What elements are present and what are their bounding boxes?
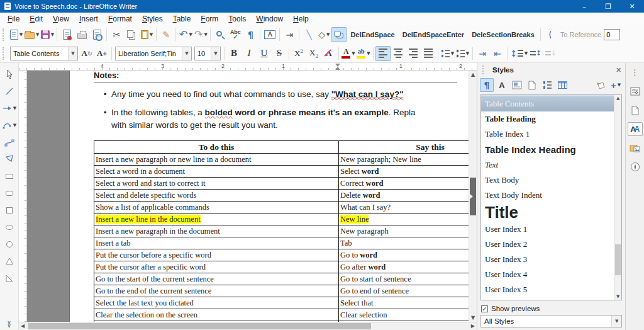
font-size-combo[interactable]: 10▼ (194, 47, 221, 60)
open-button[interactable] (24, 27, 40, 42)
scroll-up-icon[interactable]: ▲ (469, 72, 477, 77)
list-styles-button[interactable] (540, 78, 554, 92)
style-item-table-heading[interactable]: Table Heading (481, 111, 614, 127)
scroll-up-icon[interactable]: ▲ (614, 96, 621, 101)
menu-styles[interactable]: Styles (137, 13, 168, 25)
document-page[interactable]: Notes: • Any time you need to find out w… (69, 71, 469, 322)
ruler-column-marker[interactable] (335, 64, 340, 70)
vertical-ruler[interactable] (19, 71, 27, 322)
find-replace-button[interactable] (213, 27, 228, 42)
paragraph-styles-button[interactable]: ¶ (480, 78, 494, 92)
dropdown-caret[interactable] (189, 32, 192, 37)
clear-formatting-button[interactable]: A (321, 46, 336, 61)
save-button[interactable] (40, 27, 55, 42)
scroll-down-icon[interactable]: ▼ (469, 315, 477, 321)
minimize-button[interactable]: – (572, 0, 596, 13)
align-right-button[interactable] (406, 46, 421, 61)
style-item-table-contents[interactable]: Table Contents (481, 95, 614, 111)
align-justify-button[interactable] (421, 46, 436, 61)
italic-button[interactable]: I (242, 46, 257, 61)
panel-grip[interactable] (482, 65, 486, 74)
combo-arrow-icon[interactable]: ▼ (611, 316, 621, 327)
cut-button[interactable]: ✂ (109, 27, 124, 42)
style-item-text-body-indent[interactable]: Text Body Indent (481, 188, 614, 203)
dropdown-caret[interactable] (36, 32, 39, 37)
arrow-tool-button[interactable] (2, 102, 17, 115)
curve-tool-button[interactable] (2, 119, 17, 132)
increase-indent-button[interactable]: ⇥ (475, 46, 490, 61)
tab-styles[interactable]: AA (628, 122, 643, 136)
to-reference-back-button[interactable]: ⟨ (543, 27, 558, 42)
align-center-button[interactable] (391, 46, 406, 61)
print-button[interactable] (74, 27, 89, 42)
fill-format-mode-button[interactable] (594, 78, 608, 92)
square-tool-button[interactable] (2, 204, 17, 217)
bold-button[interactable]: B (226, 46, 242, 61)
increase-paragraph-spacing-button[interactable]: ↕ (528, 46, 543, 61)
dropdown-caret[interactable] (466, 51, 469, 56)
export-pdf-button[interactable] (59, 27, 74, 42)
bullet-list-button[interactable] (440, 46, 455, 61)
update-style-button[interactable]: A↻ (79, 46, 94, 61)
rounded-rectangle-tool-button[interactable] (2, 187, 17, 200)
close-panel-icon[interactable]: ✕ (616, 66, 621, 74)
dropdown-caret[interactable] (367, 51, 370, 56)
line-spacing-button[interactable]: ↕ (509, 46, 528, 61)
macro-button-delesectionbreaks[interactable]: DeleSectionBreaks (468, 27, 538, 42)
strikethrough-button[interactable]: S (272, 46, 287, 61)
sidebar-collapse-arrow[interactable] (470, 194, 475, 199)
new-style-from-selection-button[interactable]: + (609, 78, 623, 92)
font-name-combo[interactable]: Liberation Serif;Tin▼ (115, 47, 192, 60)
menu-file[interactable]: File (3, 13, 25, 25)
scroll-left-icon[interactable]: ◀ (21, 322, 25, 330)
vertical-scrollbar[interactable]: ▲ ▼ (469, 71, 477, 322)
toolbar-grip[interactable] (3, 28, 6, 41)
styles-scrollbar-thumb[interactable] (615, 244, 621, 275)
style-item-user-index-3[interactable]: User Index 3 (481, 252, 614, 267)
polygon-tool-button[interactable] (2, 136, 17, 149)
page-styles-button[interactable] (525, 78, 539, 92)
style-item-user-index-4[interactable]: User Index 4 (481, 267, 614, 282)
decrease-paragraph-spacing-button[interactable]: ↓ (543, 46, 558, 61)
style-item-user-index-2[interactable]: User Index 2 (481, 237, 614, 252)
menu-format[interactable]: Format (103, 13, 137, 25)
dropdown-caret[interactable] (618, 82, 621, 88)
to-reference-input[interactable] (604, 29, 620, 40)
menu-form[interactable]: Form (196, 13, 223, 25)
highlight-color-button[interactable]: ab (356, 46, 371, 61)
menu-insert[interactable]: Insert (74, 13, 103, 25)
character-styles-button[interactable]: A (495, 78, 509, 92)
macro-button-delendspace[interactable]: DelEndSpace (347, 27, 398, 42)
redo-button[interactable]: ↷ (193, 27, 208, 42)
new-document-button[interactable] (9, 27, 24, 42)
combo-arrow-icon[interactable]: ▼ (211, 47, 220, 60)
style-item-title[interactable]: Title (481, 203, 614, 222)
insert-line-button[interactable]: ╲ (301, 27, 316, 42)
dropdown-caret[interactable] (19, 32, 23, 37)
formatting-marks-button[interactable]: ¶ (243, 27, 258, 42)
menu-edit[interactable]: Edit (25, 13, 48, 25)
dropdown-caret[interactable] (13, 123, 16, 128)
clone-formatting-button[interactable]: ✎ (158, 27, 174, 42)
undo-button[interactable]: ↶ (178, 27, 193, 42)
style-item-user-index-5[interactable]: User Index 5 (481, 282, 614, 297)
style-item-text-body[interactable]: Text Body (481, 173, 614, 188)
more-tools-chevron-icon[interactable]: ∨∨ (7, 321, 11, 327)
style-item-table-index-1[interactable]: Table Index 1 (481, 127, 614, 142)
combo-arrow-icon[interactable]: ▼ (68, 47, 77, 60)
font-color-button[interactable]: A (341, 46, 356, 61)
dropdown-caret[interactable] (451, 51, 454, 56)
horizontal-scrollbar[interactable]: ◀ ▶ (19, 322, 477, 330)
freeform-tool-button[interactable] (2, 153, 17, 166)
dropdown-caret[interactable] (51, 32, 54, 37)
subscript-button[interactable]: X2 (306, 46, 321, 61)
line-tool-button[interactable] (2, 85, 17, 98)
underline-button[interactable]: U (257, 46, 272, 61)
scroll-right-icon[interactable]: ▶ (471, 322, 475, 330)
rectangle-tool-button[interactable] (2, 170, 17, 183)
tab-navigator[interactable] (628, 160, 643, 174)
dropdown-caret[interactable] (352, 51, 355, 56)
style-item-table-index-heading[interactable]: Table Index Heading (481, 142, 614, 157)
insert-page-break-button[interactable]: ⇥ (282, 27, 297, 42)
styles-list-scrollbar[interactable]: ▲ ▼ (614, 95, 621, 300)
